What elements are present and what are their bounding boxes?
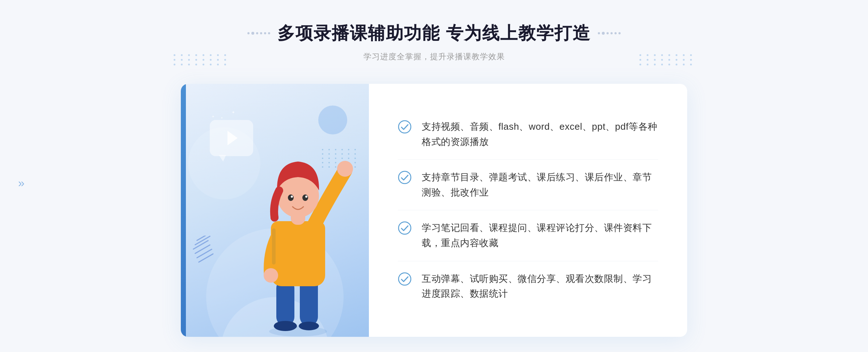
title-decoration-left bbox=[247, 32, 270, 35]
svg-point-15 bbox=[305, 196, 307, 198]
svg-rect-16 bbox=[272, 228, 276, 265]
stripes-decoration bbox=[192, 236, 213, 265]
svg-point-13 bbox=[302, 194, 308, 201]
star-decoration-3: ✦ bbox=[231, 110, 235, 115]
page-left-arrows: » bbox=[18, 177, 25, 189]
star-decoration-2: ✦ bbox=[221, 116, 223, 120]
check-icon-1 bbox=[398, 120, 412, 134]
content-area: ✦ ✦ ✦ bbox=[181, 84, 687, 337]
feature-item-3: 学习笔记回看、课程提问、课程评论打分、课件资料下载，重点内容收藏 bbox=[398, 210, 658, 261]
svg-point-11 bbox=[271, 214, 278, 222]
header-section: 多项录播课辅助功能 专为线上教学打造 学习进度全掌握，提升录播课教学效果 bbox=[247, 22, 620, 62]
human-figure-illustration bbox=[240, 134, 356, 337]
play-icon bbox=[227, 131, 238, 145]
vertical-bar bbox=[181, 84, 186, 337]
feature-item-1: 支持视频、音频、flash、word、excel、ppt、pdf等各种格式的资源… bbox=[398, 109, 658, 160]
title-row: 多项录播课辅助功能 专为线上教学打造 bbox=[247, 22, 620, 45]
svg-point-12 bbox=[288, 194, 294, 201]
feature-item-2: 支持章节目录、弹题考试、课后练习、课后作业、章节测验、批改作业 bbox=[398, 160, 658, 210]
svg-point-8 bbox=[264, 268, 278, 283]
svg-point-7 bbox=[337, 161, 353, 177]
check-icon-3 bbox=[398, 221, 412, 235]
chevron-left: » bbox=[18, 177, 25, 189]
page-container: 多项录播课辅助功能 专为线上教学打造 学习进度全掌握，提升录播课教学效果 bbox=[0, 0, 868, 352]
svg-point-20 bbox=[399, 273, 411, 285]
feature-item-4: 互动弹幕、试听购买、微信分享、观看次数限制、学习进度跟踪、数据统计 bbox=[398, 261, 658, 312]
feature-text-1: 支持视频、音频、flash、word、excel、ppt、pdf等各种格式的资源… bbox=[422, 119, 658, 149]
subtitle: 学习进度全掌握，提升录播课教学效果 bbox=[247, 51, 620, 62]
svg-point-4 bbox=[299, 322, 319, 330]
feature-text-2: 支持章节目录、弹题考试、课后练习、课后作业、章节测验、批改作业 bbox=[422, 170, 658, 200]
svg-point-3 bbox=[274, 321, 297, 331]
illustration-panel: ✦ ✦ ✦ bbox=[181, 84, 369, 337]
bg-circle-small bbox=[318, 106, 347, 134]
main-title: 多项录播课辅助功能 专为线上教学打造 bbox=[277, 22, 590, 45]
feature-text-4: 互动弹幕、试听购买、微信分享、观看次数限制、学习进度跟踪、数据统计 bbox=[422, 271, 658, 301]
features-panel: 支持视频、音频、flash、word、excel、ppt、pdf等各种格式的资源… bbox=[369, 84, 687, 337]
dots-decoration-top-right bbox=[639, 54, 694, 65]
svg-point-17 bbox=[399, 121, 411, 133]
svg-point-14 bbox=[291, 196, 293, 198]
dots-decoration-top-left bbox=[174, 54, 229, 65]
star-decoration-1: ✦ bbox=[212, 115, 214, 119]
check-icon-2 bbox=[398, 171, 412, 184]
svg-point-19 bbox=[399, 222, 411, 234]
title-decoration-right bbox=[598, 32, 621, 35]
feature-text-3: 学习笔记回看、课程提问、课程评论打分、课件资料下载，重点内容收藏 bbox=[422, 220, 658, 250]
svg-point-18 bbox=[399, 171, 411, 184]
check-icon-4 bbox=[398, 272, 412, 286]
